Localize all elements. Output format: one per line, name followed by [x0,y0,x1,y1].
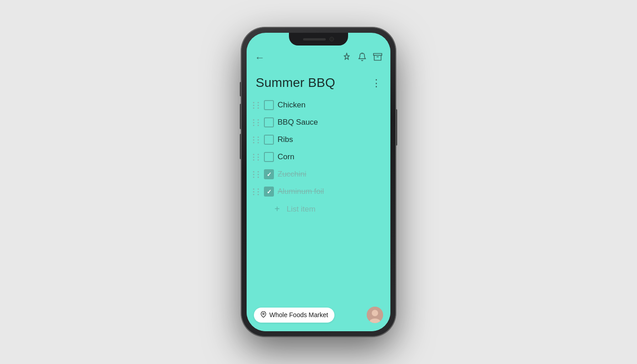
volume-down-button [240,134,241,159]
list-item: Ribs [250,131,387,148]
checkbox-aluminum[interactable] [264,187,274,197]
list-item: Corn [250,148,387,166]
notch [289,33,348,46]
avatar[interactable] [367,307,383,323]
item-label-bbqsauce: BBQ Sauce [278,118,384,127]
phone-screen: ← [247,33,390,331]
location-label: Whole Foods Market [269,311,328,318]
item-label-aluminum: Aluminum foil [278,187,384,196]
note-title[interactable]: Summer BBQ [256,76,335,90]
drag-handle[interactable] [253,188,260,195]
list-item: Zucchini [250,166,387,183]
toolbar-icons [342,52,382,64]
title-area: Summer BBQ ⋮ [247,66,390,95]
svg-point-3 [263,313,264,315]
item-label-ribs: Ribs [278,135,384,144]
back-button[interactable]: ← [255,52,265,64]
volume-up-button [240,104,241,129]
svg-point-5 [372,310,378,316]
item-label-zucchini: Zucchini [278,170,384,179]
add-plus-icon: + [272,204,282,214]
list-item: BBQ Sauce [250,114,387,131]
more-options-icon[interactable]: ⋮ [371,77,381,89]
phone-device: ← [241,27,396,337]
drag-handle[interactable] [253,171,260,178]
svg-rect-1 [374,53,382,55]
power-button [396,109,397,146]
drag-handle[interactable] [253,136,260,143]
location-pin-icon [260,311,267,319]
item-label-chicken: Chicken [278,101,384,110]
drag-handle[interactable] [253,119,260,126]
list-item: Chicken [250,96,387,114]
drag-handle[interactable] [253,154,260,161]
reminder-icon[interactable] [358,52,367,64]
app-screen: ← [247,46,390,331]
checkbox-ribs[interactable] [264,135,274,145]
pin-icon[interactable] [342,52,351,64]
top-bar: ← [247,46,390,66]
item-label-corn: Corn [278,152,384,162]
back-icon: ← [255,52,265,63]
add-item-placeholder: List item [287,205,315,214]
add-item-row[interactable]: + List item [250,200,387,218]
checkbox-corn[interactable] [264,152,274,162]
front-camera [329,37,334,41]
checkbox-zucchini[interactable] [264,169,274,179]
mute-button [240,82,241,96]
bottom-bar: Whole Foods Market [247,302,390,331]
location-pill[interactable]: Whole Foods Market [254,308,334,323]
archive-icon[interactable] [373,52,382,64]
checklist: Chicken BBQ Sauce [247,95,390,302]
drag-handle[interactable] [253,102,260,109]
list-item: Aluminum foil [250,183,387,200]
checkbox-chicken[interactable] [264,100,274,110]
speaker [303,38,326,40]
checkbox-bbqsauce[interactable] [264,117,274,127]
